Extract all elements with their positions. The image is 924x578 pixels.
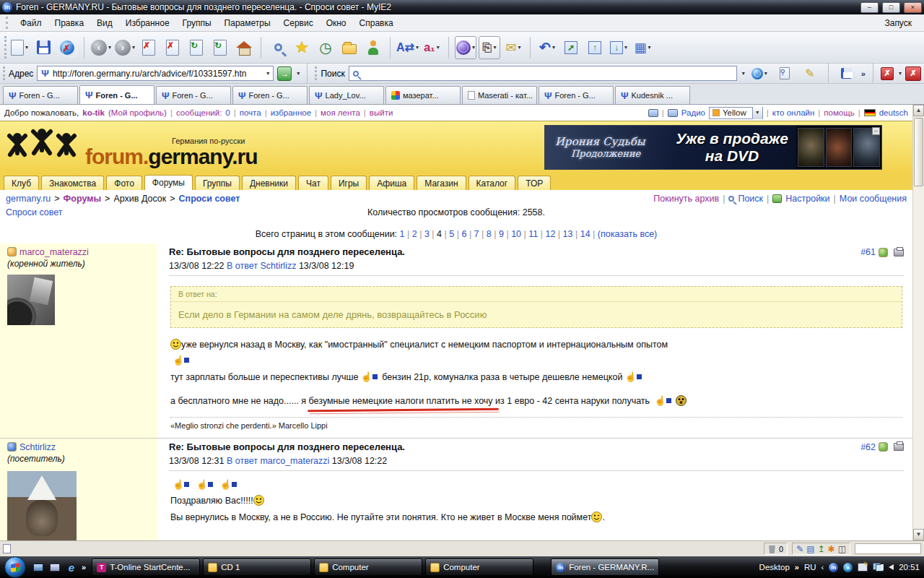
tiles-button[interactable]: ▦▾ xyxy=(632,36,653,59)
menu-file[interactable]: Файл xyxy=(14,16,48,30)
highlight-button[interactable]: ✎ xyxy=(799,65,821,82)
taskbar-button-computer-1[interactable]: Computer xyxy=(314,558,422,576)
page-link-7[interactable]: 7 xyxy=(474,229,479,239)
page-link-5[interactable]: 5 xyxy=(449,229,454,239)
address-input[interactable]: Ψ http://foren.germany.ru/arch/advice/f/… xyxy=(37,66,274,81)
browser-tab-5[interactable]: ΨLady_Lov... xyxy=(309,86,384,104)
messages-link[interactable]: сообщений: xyxy=(176,108,222,117)
page-link-12[interactable]: 12 xyxy=(545,229,555,239)
nav-tab-gruppy[interactable]: Группы xyxy=(195,176,240,190)
go-button[interactable]: → xyxy=(277,66,292,81)
menu-launch[interactable]: Запуск xyxy=(878,16,918,30)
toolbar-grip[interactable] xyxy=(4,36,6,58)
skin-dropdown-arrow[interactable]: ▼ xyxy=(752,107,762,119)
window-switcher-icon[interactable] xyxy=(48,561,61,574)
maximize-button[interactable]: □ xyxy=(882,2,900,13)
save-button[interactable] xyxy=(32,36,54,59)
post-61-number[interactable]: #61 xyxy=(860,247,876,257)
page-link-1[interactable]: 1 xyxy=(400,229,405,239)
undo-close-button[interactable]: ↶▾ xyxy=(536,36,558,59)
tray-collapse-icon[interactable]: ‹ xyxy=(821,564,824,571)
menu-favorites[interactable]: Избранное xyxy=(119,16,176,30)
search-button[interactable] xyxy=(267,36,289,59)
address-dropdown-arrow[interactable]: ▾ xyxy=(266,70,269,77)
menu-help[interactable]: Справка xyxy=(353,16,400,30)
browser-tab-6[interactable]: мазерат... xyxy=(385,86,461,104)
profile-link[interactable]: (Мой профиль) xyxy=(108,108,167,117)
post-61-reply-to[interactable]: Schtirlizz xyxy=(260,261,296,271)
profile-card-icon[interactable] xyxy=(879,442,888,452)
language-indicator[interactable]: RU xyxy=(804,563,816,571)
widget-icon[interactable] xyxy=(648,109,658,117)
page-link-11[interactable]: 11 xyxy=(528,229,538,239)
page-link-13[interactable]: 13 xyxy=(563,229,573,239)
ad-banner[interactable]: Ирония Судьбы Продолжение Уже в продаже … xyxy=(544,125,882,170)
scroll-bottom-button[interactable]: ↓▾ xyxy=(608,36,629,59)
offline-button[interactable] xyxy=(56,36,78,59)
browser-tab-3[interactable]: ΨForen - G... xyxy=(156,86,231,104)
menu-groups[interactable]: Группы xyxy=(176,16,218,30)
radio-link[interactable]: Радио xyxy=(681,108,705,117)
skin-select[interactable]: Yellow ▼ xyxy=(709,107,763,119)
internet-explorer-icon[interactable]: e xyxy=(65,561,78,574)
post-62-author[interactable]: Schtirlizz xyxy=(19,442,56,452)
nav-tab-dnevniki[interactable]: Дневники xyxy=(242,176,296,190)
taskbar-button-tonline[interactable]: TT-Online StartCente... xyxy=(92,558,200,576)
toolbar-grip[interactable] xyxy=(315,66,317,80)
start-button[interactable] xyxy=(4,556,26,578)
scroll-top-button[interactable]: ↑ xyxy=(584,36,606,59)
folders-button[interactable] xyxy=(339,36,360,59)
site-logo[interactable]: Германия по-русски forum.germany.ru xyxy=(7,127,258,168)
nav-tab-foto[interactable]: Фото xyxy=(106,176,142,190)
show-all-link[interactable]: (показать все) xyxy=(598,229,657,239)
nav-tab-top[interactable]: ТОР xyxy=(518,176,551,190)
browser-tab-9[interactable]: ΨKudesnik ... xyxy=(615,86,690,104)
menu-window[interactable]: Окно xyxy=(320,16,353,30)
new-page-button[interactable]: ▾ xyxy=(9,36,30,59)
nav-tab-forumy-active[interactable]: Форумы xyxy=(144,175,193,190)
menu-tools[interactable]: Сервис xyxy=(277,16,320,30)
taskbar-button-computer-2[interactable]: Computer xyxy=(425,558,533,576)
status-window-icon[interactable]: ◫ xyxy=(838,545,846,553)
settings-link[interactable]: Настройки xyxy=(785,194,829,204)
scroll-thumb[interactable] xyxy=(914,118,923,186)
menu-options[interactable]: Параметры xyxy=(218,16,277,30)
page-link-10[interactable]: 10 xyxy=(511,229,521,239)
page-link-14[interactable]: 14 xyxy=(580,229,590,239)
open-external-button[interactable]: ➚ xyxy=(560,36,582,59)
post-62-reply-to[interactable]: marco_materazzi xyxy=(260,456,329,466)
breadcrumb-topic[interactable]: Спроси совет xyxy=(179,194,240,204)
toolbar-overflow-chevron[interactable]: » xyxy=(861,69,866,78)
browser-tab-4[interactable]: ΨForen - G... xyxy=(232,86,308,104)
breadcrumb-archive[interactable]: Архив Досок xyxy=(113,194,166,204)
show-desktop-icon[interactable] xyxy=(32,561,45,574)
favorites-link[interactable]: избранное xyxy=(271,108,311,117)
post-62-number[interactable]: #62 xyxy=(860,442,876,452)
desktop-chevron[interactable]: » xyxy=(795,563,799,571)
back-button[interactable]: ‹▾ xyxy=(90,36,112,59)
refresh-button[interactable]: ↻ xyxy=(186,36,207,59)
browser-tab-7[interactable]: Maserati - кат... xyxy=(462,86,537,104)
banner-minimize-button[interactable]: – xyxy=(872,127,880,135)
find-in-page-button[interactable]: ⚲ xyxy=(774,65,796,82)
status-form-icon[interactable]: ▤ xyxy=(806,545,814,553)
nav-tab-afisha[interactable]: Афиша xyxy=(369,176,414,190)
nav-tab-katalog[interactable]: Каталог xyxy=(468,176,516,190)
close-button[interactable]: × xyxy=(904,2,922,13)
status-pen-icon[interactable]: ✎ xyxy=(796,545,803,553)
nav-tab-magazin[interactable]: Магазин xyxy=(417,176,466,190)
close-tab-button[interactable]: ✗ xyxy=(881,67,894,80)
stop-button[interactable]: ✗ xyxy=(138,36,160,59)
profile-card-icon[interactable] xyxy=(879,248,888,257)
browser-tab-8[interactable]: ΨForen - G... xyxy=(539,86,614,104)
favorites-button[interactable]: ★ xyxy=(291,36,313,59)
font-size-button[interactable]: A⇄▾ xyxy=(396,36,419,59)
search-dropdown-arrow[interactable]: ▾ xyxy=(742,70,745,77)
post-61-author[interactable]: marco_materazzi xyxy=(19,247,89,257)
history-button[interactable]: ◷ xyxy=(315,36,336,59)
page-link-2[interactable]: 2 xyxy=(412,229,417,239)
quick-launch-chevron[interactable]: » xyxy=(82,563,86,571)
search-input[interactable] xyxy=(349,66,737,81)
print-icon[interactable] xyxy=(894,443,904,451)
save-page-button[interactable] xyxy=(836,65,858,82)
